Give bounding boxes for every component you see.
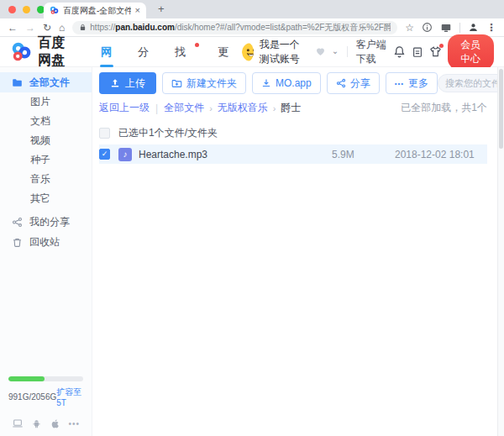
storage-upgrade-link[interactable]: 扩容至5T bbox=[56, 386, 83, 407]
sidebar-item-documents[interactable]: 文档 bbox=[0, 112, 92, 131]
sidebar-item-all-files[interactable]: 全部文件 bbox=[0, 72, 92, 92]
search-box[interactable] bbox=[438, 74, 504, 92]
folder-plus-icon bbox=[171, 78, 182, 89]
vip-center-button[interactable]: 会员中心 bbox=[448, 34, 494, 70]
bell-icon[interactable] bbox=[393, 45, 406, 58]
tshirt-icon[interactable] bbox=[429, 45, 442, 58]
nav-tab-pan[interactable]: 网盘 bbox=[88, 37, 125, 67]
close-window-button[interactable] bbox=[8, 6, 16, 13]
app-header: 百度网盘 网盘 分享 找资源 更多 我是一个测试账号 ⌄ 客户端下载 bbox=[0, 37, 504, 67]
scrollbar[interactable] bbox=[497, 67, 504, 436]
file-size: 5.9M bbox=[332, 149, 395, 160]
info-icon[interactable] bbox=[422, 22, 433, 33]
storage-used-label: 991G/2056G bbox=[8, 392, 56, 402]
breadcrumb: 返回上一级 | 全部文件 › 无版权音乐 › 爵士 已全部加载，共1个 bbox=[99, 101, 487, 115]
user-avatar[interactable] bbox=[242, 43, 254, 61]
share-icon bbox=[12, 217, 23, 228]
breadcrumb-separator: › bbox=[273, 103, 276, 113]
heart-icon bbox=[315, 46, 326, 57]
client-download-link[interactable]: 客户端下载 bbox=[356, 38, 387, 66]
list-header: 已选中1个文件/文件夹 bbox=[99, 123, 487, 143]
select-all-checkbox[interactable] bbox=[99, 128, 110, 139]
username[interactable]: 我是一个测试账号 bbox=[260, 38, 309, 66]
download-icon bbox=[261, 78, 271, 88]
bookmark-star-icon[interactable]: ☆ bbox=[405, 22, 414, 34]
forward-icon[interactable]: → bbox=[25, 23, 35, 33]
storage-progress-bar bbox=[8, 376, 83, 381]
file-modified-date: 2018-12-02 18:01 bbox=[395, 149, 487, 160]
more-dots-icon: ••• bbox=[395, 80, 404, 87]
window-controls bbox=[8, 6, 45, 13]
baidu-pan-favicon-icon bbox=[50, 6, 59, 15]
trash-icon bbox=[12, 237, 23, 248]
sidebar: 全部文件 图片 文档 视频 种子 音乐 其它 我的分享 bbox=[0, 67, 92, 436]
sidebar-item-my-shares[interactable]: 我的分享 bbox=[0, 212, 92, 232]
baidu-pan-logo-icon bbox=[10, 41, 32, 63]
minimize-window-button[interactable] bbox=[23, 6, 30, 13]
address-bar[interactable]: https://pan.baidu.com/disk/home?#/all?vm… bbox=[72, 21, 397, 34]
sidebar-item-recycle-bin[interactable]: 回收站 bbox=[0, 232, 92, 252]
upload-button[interactable]: 上传 bbox=[99, 72, 156, 94]
apple-icon[interactable] bbox=[50, 418, 60, 429]
chevron-down-icon[interactable]: ⌄ bbox=[332, 46, 339, 55]
new-tab-button[interactable]: + bbox=[158, 3, 165, 15]
device-links: ••• bbox=[8, 418, 83, 429]
back-icon[interactable]: ← bbox=[8, 23, 18, 33]
search-input[interactable] bbox=[445, 78, 504, 88]
breadcrumb-separator: › bbox=[209, 103, 213, 113]
loaded-info: 已全部加载，共1个 bbox=[401, 101, 487, 115]
file-name[interactable]: Heartache.mp3 bbox=[139, 149, 332, 160]
breadcrumb-item-all-files[interactable]: 全部文件 bbox=[164, 101, 204, 115]
sidebar-item-music[interactable]: 音乐 bbox=[0, 170, 92, 189]
divider bbox=[459, 23, 460, 33]
storage-panel: 991G/2056G 扩容至5T ••• bbox=[0, 376, 92, 436]
desktop-client-icon[interactable] bbox=[12, 418, 24, 429]
brand[interactable]: 百度网盘 bbox=[10, 34, 73, 70]
sidebar-item-pictures[interactable]: 图片 bbox=[0, 92, 92, 112]
tab-title: 百度网盘-全部文件 bbox=[63, 5, 131, 17]
lock-icon bbox=[79, 24, 87, 31]
nav-tab-more[interactable]: 更多 bbox=[205, 37, 242, 67]
home-icon[interactable]: ⌂ bbox=[59, 23, 65, 33]
file-manager-content: 上传 新建文件夹 MO.app bbox=[92, 67, 497, 436]
folder-icon bbox=[12, 77, 23, 88]
breadcrumb-back-link[interactable]: 返回上一级 bbox=[99, 101, 150, 115]
browser-window: 百度网盘-全部文件 × + ← → ↻ ⌂ https://pan.baidu.… bbox=[0, 0, 504, 436]
sidebar-item-other[interactable]: 其它 bbox=[0, 189, 92, 208]
reload-icon[interactable]: ↻ bbox=[43, 23, 51, 33]
divider bbox=[347, 46, 348, 57]
android-icon[interactable] bbox=[31, 418, 42, 429]
more-devices-icon[interactable]: ••• bbox=[68, 418, 80, 429]
more-actions-button[interactable]: ••• 更多 bbox=[386, 72, 438, 94]
browser-tab[interactable]: 百度网盘-全部文件 × bbox=[44, 3, 146, 18]
breadcrumb-divider: | bbox=[155, 102, 158, 114]
mo-app-button[interactable]: MO.app bbox=[252, 72, 321, 94]
url-text: https://pan.baidu.com/disk/home?#/all?vm… bbox=[90, 22, 391, 34]
file-row[interactable]: ✓ ♪ Heartache.mp3 5.9M 2018-12-02 18:01 bbox=[99, 144, 487, 164]
brand-name: 百度网盘 bbox=[38, 34, 73, 70]
new-badge-dot bbox=[195, 43, 199, 47]
breadcrumb-item-folder[interactable]: 无版权音乐 bbox=[218, 101, 268, 115]
share-button[interactable]: 分享 bbox=[327, 72, 380, 94]
clipboard-icon[interactable] bbox=[412, 46, 423, 58]
new-folder-button[interactable]: 新建文件夹 bbox=[162, 72, 246, 94]
header-right: 我是一个测试账号 ⌄ 客户端下载 会员中心 bbox=[242, 34, 494, 70]
storage-progress-fill bbox=[8, 376, 45, 381]
sidebar-item-torrents[interactable]: 种子 bbox=[0, 150, 92, 170]
profile-icon[interactable] bbox=[468, 22, 479, 33]
close-tab-icon[interactable]: × bbox=[135, 6, 140, 15]
breadcrumb-current: 爵士 bbox=[281, 101, 301, 115]
sidebar-item-videos[interactable]: 视频 bbox=[0, 131, 92, 150]
nav-tab-share[interactable]: 分享 bbox=[125, 37, 162, 67]
browser-menu-icon[interactable]: ⋮ bbox=[486, 22, 496, 34]
selection-info: 已选中1个文件/文件夹 bbox=[118, 126, 218, 140]
notification-dot bbox=[439, 44, 444, 48]
action-toolbar: 上传 新建文件夹 MO.app bbox=[99, 72, 487, 94]
main-nav: 网盘 分享 找资源 更多 bbox=[88, 37, 242, 67]
music-file-icon: ♪ bbox=[118, 148, 132, 161]
nav-tab-find-resources[interactable]: 找资源 bbox=[162, 37, 205, 67]
share-nodes-icon bbox=[336, 78, 346, 88]
monitor-icon[interactable] bbox=[440, 22, 452, 34]
scrollbar-thumb[interactable] bbox=[499, 69, 503, 149]
file-checkbox[interactable]: ✓ bbox=[99, 149, 110, 160]
